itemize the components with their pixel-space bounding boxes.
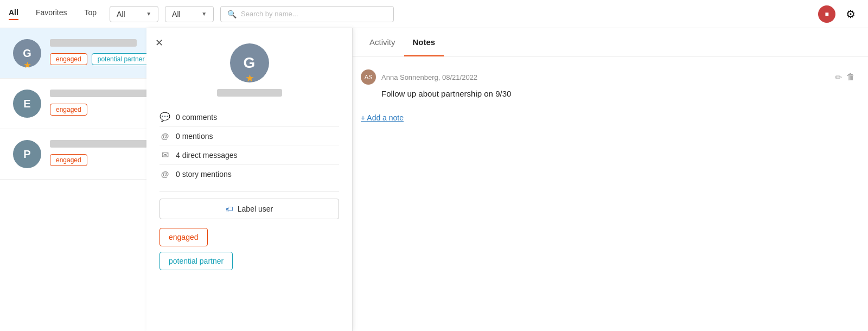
right-panel: Activity Notes AS Anna Sonnenberg, 08/21… xyxy=(347,28,868,331)
avatar: P xyxy=(13,140,41,168)
delete-note-button[interactable]: 🗑 xyxy=(846,72,855,82)
stats-list: 💬 0 comments @ 0 mentions ✉ 4 direct mes… xyxy=(159,107,339,183)
stat-mentions: @ 0 mentions xyxy=(159,127,339,145)
avatar: E xyxy=(13,90,41,118)
tab-activity[interactable]: Activity xyxy=(361,29,404,56)
add-note-link[interactable]: + Add a note xyxy=(361,113,855,122)
gear-icon: ⚙ xyxy=(846,8,856,21)
overlay-avatar-wrap: G ★ xyxy=(159,43,339,82)
star-badge: ★ xyxy=(246,73,253,84)
label-user-button[interactable]: 🏷 Label user xyxy=(159,199,339,219)
star-badge: ★ xyxy=(24,61,31,69)
chevron-down-icon: ▼ xyxy=(201,11,207,17)
note-actions: ✏ 🗑 xyxy=(835,72,855,82)
avatar: G ★ xyxy=(13,39,41,67)
divider xyxy=(159,192,339,192)
edit-note-button[interactable]: ✏ xyxy=(835,72,842,82)
stat-story-mentions: @ 0 story mentions xyxy=(159,165,339,183)
note-item: AS Anna Sonnenberg, 08/21/2022 ✏ 🗑 Follo… xyxy=(361,69,855,100)
search-icon: 🔍 xyxy=(227,10,237,18)
tab-favorites[interactable]: Favorites xyxy=(36,8,67,20)
record-icon: ■ xyxy=(825,10,828,18)
main-layout: G ★ engaged potential partner E engaged xyxy=(0,28,868,331)
filter-dropdown-2[interactable]: All ▼ xyxy=(165,6,214,22)
comments-icon: 💬 xyxy=(159,112,170,122)
filter-dropdown-1[interactable]: All ▼ xyxy=(110,6,158,22)
tag-engaged[interactable]: engaged xyxy=(50,154,87,166)
record-button[interactable]: ■ xyxy=(818,5,835,23)
nav-right: ■ ⚙ xyxy=(818,5,859,23)
dm-icon: ✉ xyxy=(159,150,170,160)
tag-engaged[interactable]: engaged xyxy=(50,53,87,65)
search-box[interactable]: 🔍 Search by name... xyxy=(220,6,394,22)
overlay-tag-engaged[interactable]: engaged xyxy=(159,228,208,246)
note-meta: Anna Sonnenberg, 08/21/2022 xyxy=(381,73,477,81)
overlay-tags: engaged potential partner xyxy=(159,228,339,270)
tag-engaged[interactable]: engaged xyxy=(50,104,87,116)
tag-potential-partner[interactable]: potential partner xyxy=(92,53,151,65)
tab-notes[interactable]: Notes xyxy=(404,29,444,56)
close-button[interactable]: ✕ xyxy=(155,37,163,49)
mentions-icon: @ xyxy=(159,131,170,141)
contact-name-bar xyxy=(50,140,148,148)
panel-content: AS Anna Sonnenberg, 08/21/2022 ✏ 🗑 Follo… xyxy=(348,56,868,331)
chevron-down-icon: ▼ xyxy=(146,11,151,17)
top-nav: All Favorites Top All ▼ All ▼ 🔍 Search b… xyxy=(0,0,868,28)
note-author-avatar: AS xyxy=(361,69,376,85)
contact-name-bar xyxy=(50,39,137,47)
stat-direct-messages: ✉ 4 direct messages xyxy=(159,145,339,165)
tab-top[interactable]: Top xyxy=(84,8,97,20)
settings-button[interactable]: ⚙ xyxy=(842,5,859,23)
panel-tabs: Activity Notes xyxy=(348,28,868,56)
nav-tabs: All Favorites Top xyxy=(9,8,97,20)
overlay-name-bar xyxy=(217,89,282,97)
tab-all[interactable]: All xyxy=(9,8,18,20)
overlay-tag-potential-partner[interactable]: potential partner xyxy=(159,252,233,270)
note-header: AS Anna Sonnenberg, 08/21/2022 ✏ 🗑 xyxy=(361,69,855,85)
overlay-avatar: G ★ xyxy=(230,43,269,82)
story-mentions-icon: @ xyxy=(159,169,170,179)
note-text: Follow up about partnership on 9/30 xyxy=(381,88,855,100)
label-icon: 🏷 xyxy=(226,205,233,213)
overlay-panel: ✕ G ★ 💬 0 comments @ 0 mentions ✉ 4 dire… xyxy=(146,28,353,331)
stat-comments: 💬 0 comments xyxy=(159,107,339,127)
